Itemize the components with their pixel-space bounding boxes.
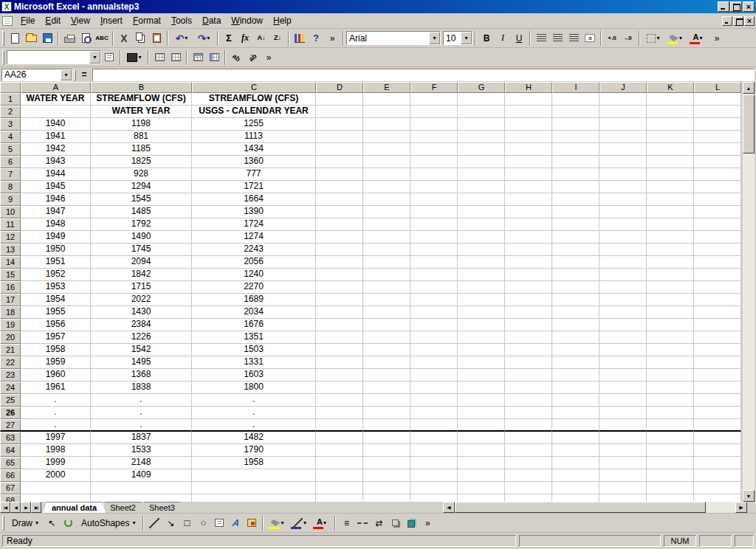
cell-I64[interactable] <box>552 444 599 457</box>
cell-H12[interactable] <box>505 231 552 244</box>
cell-K17[interactable] <box>647 294 694 306</box>
cell-C13[interactable]: 2243 <box>192 244 316 256</box>
sheet-tab-annual-data[interactable]: annual data <box>43 502 106 513</box>
cell-L65[interactable] <box>694 457 741 469</box>
cell-I63[interactable] <box>552 432 599 444</box>
cell-I13[interactable] <box>552 244 599 256</box>
cell-H65[interactable] <box>505 457 552 469</box>
chart-objects-dropdown-icon[interactable]: ▾ <box>89 51 100 63</box>
cell-E64[interactable] <box>363 444 410 457</box>
angle-text-down-button[interactable]: ab <box>228 49 244 66</box>
wordart-button[interactable]: A <box>227 515 244 531</box>
cell-H26[interactable] <box>505 407 552 419</box>
more-buttons-button[interactable]: » <box>709 30 725 46</box>
cell-E67[interactable] <box>363 482 410 494</box>
cell-A12[interactable]: 1949 <box>21 231 91 244</box>
cell-I25[interactable] <box>552 394 599 407</box>
close-button[interactable]: × <box>743 1 755 12</box>
cell-B12[interactable]: 1490 <box>91 231 192 244</box>
cell-I19[interactable] <box>552 319 599 331</box>
cell-D24[interactable] <box>316 381 363 394</box>
increase-decimal-button[interactable]: +.0 <box>604 30 620 46</box>
align-center-button[interactable] <box>549 30 566 46</box>
cell-A16[interactable]: 1953 <box>21 281 91 294</box>
cell-C14[interactable]: 2056 <box>192 256 316 269</box>
italic-button[interactable]: I <box>495 30 511 46</box>
paste-function-button[interactable]: fx <box>237 30 253 46</box>
cell-J22[interactable] <box>599 356 647 369</box>
horizontal-scrollbar[interactable]: ◀ ▶ <box>443 502 747 513</box>
cell-H2[interactable] <box>505 106 552 118</box>
cell-C11[interactable]: 1724 <box>192 218 316 231</box>
workbook-restore-button[interactable] <box>733 16 743 26</box>
cell-E21[interactable] <box>363 344 410 356</box>
cell-E13[interactable] <box>363 244 410 256</box>
row-header-11[interactable]: 11 <box>0 218 21 231</box>
cell-E66[interactable] <box>363 469 410 482</box>
cell-H67[interactable] <box>505 482 552 494</box>
row-header-13[interactable]: 13 <box>0 244 21 256</box>
cell-L5[interactable] <box>694 143 741 156</box>
cell-J1[interactable] <box>599 93 647 106</box>
autoshapes-menu-button[interactable]: AutoShapes▾ <box>76 516 140 531</box>
draw-font-color-button[interactable]: A▾ <box>310 515 332 531</box>
cell-C67[interactable] <box>192 482 316 494</box>
cell-L25[interactable] <box>694 394 741 407</box>
cell-F21[interactable] <box>410 344 458 356</box>
cell-K23[interactable] <box>647 369 694 381</box>
cell-A13[interactable]: 1950 <box>21 244 91 256</box>
cell-F10[interactable] <box>410 206 458 218</box>
cell-J26[interactable] <box>599 407 647 419</box>
cell-C26[interactable]: . <box>192 407 316 419</box>
cell-F7[interactable] <box>410 168 458 181</box>
cell-I11[interactable] <box>552 218 599 231</box>
column-header-L[interactable]: L <box>694 82 741 93</box>
cell-G20[interactable] <box>458 331 505 344</box>
borders-button[interactable]: ▾ <box>642 30 664 46</box>
cell-F4[interactable] <box>410 131 458 143</box>
cell-H63[interactable] <box>505 432 552 444</box>
cell-L12[interactable] <box>694 231 741 244</box>
cell-G22[interactable] <box>458 356 505 369</box>
cell-D6[interactable] <box>316 156 363 168</box>
cell-H24[interactable] <box>505 381 552 394</box>
chart-toolbar-drag-handle[interactable] <box>2 50 4 65</box>
menu-help[interactable]: Help <box>268 14 297 27</box>
cell-K13[interactable] <box>647 244 694 256</box>
cell-C24[interactable]: 1800 <box>192 381 316 394</box>
font-size-combobox[interactable]: 10 ▾ <box>443 31 472 45</box>
cell-F25[interactable] <box>410 394 458 407</box>
cell-H22[interactable] <box>505 356 552 369</box>
cell-D19[interactable] <box>316 319 363 331</box>
align-right-button[interactable] <box>566 30 582 46</box>
cell-D4[interactable] <box>316 131 363 143</box>
cell-B11[interactable]: 1792 <box>91 218 192 231</box>
cell-B6[interactable]: 1825 <box>91 156 192 168</box>
cell-D9[interactable] <box>316 193 363 206</box>
next-sheet-button[interactable]: ▶ <box>21 502 31 513</box>
cell-J23[interactable] <box>599 369 647 381</box>
draw-line-color-button[interactable]: ▾ <box>288 515 310 531</box>
cell-C20[interactable]: 1351 <box>192 331 316 344</box>
cell-A5[interactable]: 1942 <box>21 143 91 156</box>
toolbar-drag-handle[interactable] <box>2 31 4 46</box>
minimize-button[interactable] <box>718 1 729 12</box>
cell-D16[interactable] <box>316 281 363 294</box>
cell-A18[interactable]: 1955 <box>21 306 91 319</box>
cell-L64[interactable] <box>694 444 741 457</box>
cell-K11[interactable] <box>647 218 694 231</box>
cell-K7[interactable] <box>647 168 694 181</box>
cell-E1[interactable] <box>363 93 410 106</box>
cell-F18[interactable] <box>410 306 458 319</box>
cell-K66[interactable] <box>647 469 694 482</box>
cell-G26[interactable] <box>458 407 505 419</box>
restore-button[interactable] <box>730 1 742 12</box>
cell-G19[interactable] <box>458 319 505 331</box>
cell-D7[interactable] <box>316 168 363 181</box>
row-header-63[interactable]: 63 <box>0 432 21 444</box>
cell-I9[interactable] <box>552 193 599 206</box>
dash-style-button[interactable] <box>354 515 371 531</box>
bold-button[interactable]: B <box>478 30 495 46</box>
cell-L16[interactable] <box>694 281 741 294</box>
cell-J10[interactable] <box>599 206 647 218</box>
